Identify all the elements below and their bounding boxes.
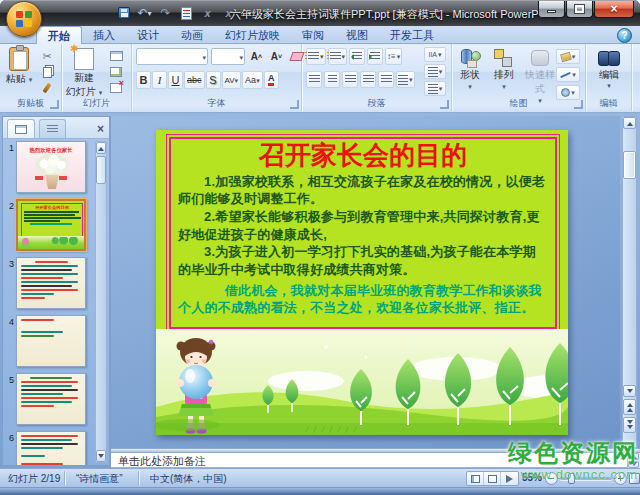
notes-scrollbar[interactable] [627,453,640,468]
thumbnail-row-3[interactable]: 3 [3,257,91,309]
delete-slide-button[interactable] [106,80,126,96]
distribute-button[interactable] [378,71,394,88]
underline-button[interactable]: U [168,71,183,89]
copy-button[interactable] [38,64,56,80]
zoom-slider-thumb[interactable] [568,473,575,484]
next-slide-button[interactable] [623,417,636,433]
tab-design[interactable]: 设计 [126,26,170,44]
columns-button[interactable]: ▾ [396,71,415,88]
tab-slides-thumbnails[interactable] [7,119,35,138]
tab-home[interactable]: 开始 [36,26,82,44]
undo-dropdown-icon[interactable]: ▾ [148,9,152,18]
arrange-button[interactable]: 排列 ▾ [488,48,520,100]
fit-to-window-button[interactable] [629,473,640,484]
thumbnail-row-2[interactable]: 2 召开家长会的目的 [3,199,91,251]
convert-smartart-button[interactable]: ▾ [424,81,446,96]
close-button[interactable]: × [594,1,634,18]
scroll-thumb[interactable] [623,151,636,179]
font-dialog-launcher[interactable] [290,100,299,109]
shape-fill-button[interactable]: ▾ [556,49,580,64]
thumbnail-slide-1[interactable]: 热烈欢迎各位家长 [16,141,86,193]
shrink-font-button[interactable]: A˅ [268,48,285,65]
thumbnail-row-6[interactable]: 6 [3,431,91,466]
macro-button-1[interactable]: x [199,5,216,22]
drawing-dialog-launcher[interactable] [574,100,583,109]
clipboard-dialog-launcher[interactable] [50,100,59,109]
format-painter-button[interactable] [38,80,56,96]
thumbnail-slide-4[interactable] [16,315,86,367]
thumbnail-row-5[interactable]: 5 [3,373,91,425]
panel-scrollbar[interactable] [95,141,107,463]
decrease-indent-button[interactable] [349,48,365,65]
shapes-button[interactable]: 形状 ▾ [454,48,486,100]
paragraph-dialog-launcher[interactable] [440,100,449,109]
maximize-button[interactable] [566,1,593,18]
thumbnail-slide-2-selected[interactable]: 召开家长会的目的 [16,199,86,251]
tab-view[interactable]: 视图 [335,26,379,44]
grow-font-button[interactable]: A˄ [248,48,265,65]
font-name-combobox[interactable]: ▾ [136,48,208,65]
strikethrough-button[interactable]: abc [184,71,205,89]
notes-pane[interactable]: 单击此处添加备注 [111,453,627,468]
slideshow-button[interactable] [501,472,518,485]
paste-button[interactable]: 粘贴 ▾ [3,47,35,99]
minimize-button[interactable] [538,1,565,18]
font-size-combobox[interactable]: ▾ [211,48,245,65]
thumbnail-row-1[interactable]: 1 热烈欢迎各位家长 [3,141,91,193]
panel-scroll-down-button[interactable] [96,450,106,462]
theme-name[interactable]: “诗情画意” [76,472,123,486]
cut-button[interactable]: ✂ [38,48,56,64]
numbering-button[interactable]: ▾ [328,48,348,65]
slide-canvas[interactable]: 召开家长会的目的 1.加强家校联系，相互交流孩子在家及在校的情况，以便老师们能够… [156,130,568,435]
tab-review[interactable]: 审阅 [291,26,335,44]
editing-button[interactable]: 编辑 ▾ [590,49,628,89]
scroll-down-button[interactable] [623,385,636,397]
slide-sorter-button[interactable] [484,472,501,485]
thumbnail-row-4[interactable]: 4 [3,315,91,367]
redo-button[interactable]: ↷ [157,5,174,22]
language-indicator[interactable]: 中文(简体，中国) [150,472,227,486]
notes-scroll-down-button[interactable] [628,461,639,468]
tab-developer[interactable]: 开发工具 [379,26,445,44]
bullets-button[interactable]: ▾ [306,48,326,65]
close-panel-button[interactable]: × [97,123,104,135]
increase-indent-button[interactable] [367,48,383,65]
notes-scroll-up-button[interactable] [628,453,639,460]
save-button[interactable] [115,5,132,22]
text-direction-button[interactable]: IIA▾ [424,47,446,62]
line-spacing-button[interactable]: ↕≡▾ [385,48,402,65]
layout-button[interactable] [106,48,126,64]
help-button[interactable]: ? [617,28,632,43]
align-center-button[interactable] [324,71,340,88]
undo-button[interactable]: ↶▾ [136,5,153,22]
normal-view-button[interactable] [467,472,484,485]
thumbnail-slide-6[interactable] [16,431,86,466]
justify-button[interactable] [360,71,376,88]
quick-styles-button[interactable]: 快速样式 ▾ [522,48,558,100]
scroll-up-button[interactable] [623,117,636,129]
text-shadow-button[interactable]: S [206,71,221,89]
zoom-slider[interactable] [560,477,612,480]
change-case-button[interactable]: Aa▾ [242,71,263,89]
thumbnail-slide-3[interactable] [16,257,86,309]
font-color-button[interactable]: A [264,71,279,89]
new-slide-button[interactable]: 新建 幻灯片 ▾ [64,47,104,103]
slide-indicator[interactable]: 幻灯片 2/19 [8,472,60,486]
zoom-level[interactable]: 55% [522,472,542,483]
align-text-button[interactable]: ▾ [424,64,446,79]
align-right-button[interactable] [342,71,358,88]
zoom-out-button[interactable]: − [545,472,558,485]
shape-outline-button[interactable]: ▾ [556,67,580,82]
bold-button[interactable]: B [136,71,151,89]
panel-scroll-up-button[interactable] [96,142,106,154]
tab-animations[interactable]: 动画 [170,26,214,44]
vertical-scrollbar[interactable] [622,116,637,448]
panel-scroll-thumb[interactable] [96,156,106,184]
tab-outline[interactable] [39,119,66,138]
slide-textbox[interactable]: 召开家长会的目的 1.加强家校联系，相互交流孩子在家及在校的情况，以便老师们能够… [169,137,557,329]
tab-slideshow[interactable]: 幻灯片放映 [214,26,291,44]
align-left-button[interactable] [306,71,322,88]
character-spacing-button[interactable]: AV▾ [222,71,242,89]
zoom-in-button[interactable]: + [614,472,627,485]
italic-button[interactable]: I [152,71,167,89]
